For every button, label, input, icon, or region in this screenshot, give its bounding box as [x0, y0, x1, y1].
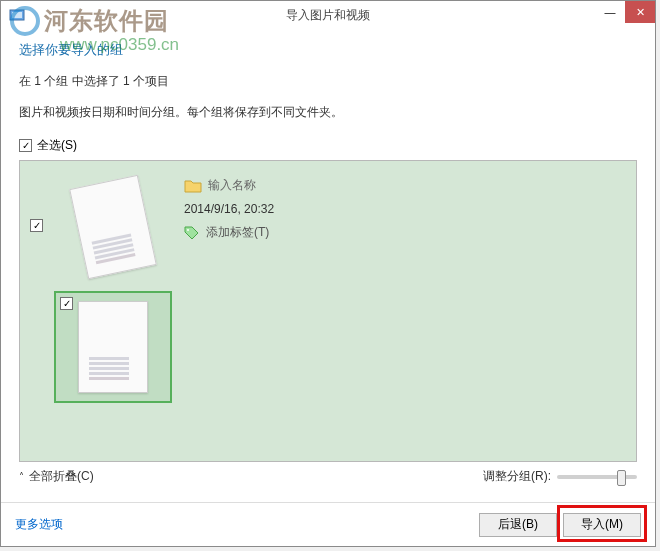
select-all-label: 全选(S) — [37, 137, 77, 154]
watermark-url: www.pc0359.cn — [60, 35, 179, 55]
footer: 更多选项 后退(B) 导入(M) — [1, 502, 655, 546]
group-checkbox[interactable] — [30, 219, 43, 232]
bottom-controls: ˄ 全部折叠(C) 调整分组(R): — [19, 468, 637, 485]
group-name-input[interactable]: 输入名称 — [208, 177, 256, 194]
window-title: 导入图片和视频 — [286, 7, 370, 24]
description-text: 图片和视频按日期和时间分组。每个组将保存到不同文件夹。 — [19, 104, 637, 121]
watermark-logo: 河东软件园 — [10, 5, 169, 37]
group-datetime: 2014/9/16, 20:32 — [184, 202, 274, 216]
thumbnail-item[interactable] — [54, 291, 172, 403]
chevron-up-icon: ˄ — [19, 471, 24, 482]
slider-thumb[interactable] — [617, 470, 626, 486]
groups-list: 输入名称 2014/9/16, 20:32 添加标签(T) — [19, 160, 637, 462]
collapse-all-link[interactable]: ˄ 全部折叠(C) — [19, 468, 94, 485]
grouping-slider[interactable] — [557, 475, 637, 479]
group-item: 输入名称 2014/9/16, 20:32 添加标签(T) — [30, 171, 626, 403]
add-tag-row[interactable]: 添加标签(T) — [184, 224, 274, 241]
back-button[interactable]: 后退(B) — [479, 513, 557, 537]
close-button[interactable]: ✕ — [625, 1, 655, 23]
folder-icon — [184, 179, 202, 193]
minimize-button[interactable]: — — [595, 1, 625, 23]
collapse-all-label: 全部折叠(C) — [29, 468, 94, 485]
content-area: 选择你要导入的组 在 1 个组 中选择了 1 个项目 图片和视频按日期和时间分组… — [1, 29, 655, 502]
adjust-grouping-label: 调整分组(R): — [483, 468, 551, 485]
tag-icon — [184, 226, 200, 240]
select-all-checkbox[interactable] — [19, 139, 32, 152]
dialog-window: 导入图片和视频 — ✕ 选择你要导入的组 在 1 个组 中选择了 1 个项目 图… — [0, 0, 656, 547]
group-name-row[interactable]: 输入名称 — [184, 177, 274, 194]
svg-point-2 — [187, 229, 189, 231]
thumbnail-stack[interactable] — [54, 171, 172, 283]
thumbnail-checkbox[interactable] — [60, 297, 73, 310]
add-tag-label[interactable]: 添加标签(T) — [206, 224, 269, 241]
import-button[interactable]: 导入(M) — [563, 513, 641, 537]
selection-summary: 在 1 个组 中选择了 1 个项目 — [19, 73, 637, 90]
grouping-slider-wrap: 调整分组(R): — [483, 468, 637, 485]
select-all-row: 全选(S) — [19, 137, 637, 154]
watermark-site-name: 河东软件园 — [44, 5, 169, 37]
more-options-link[interactable]: 更多选项 — [15, 516, 63, 533]
